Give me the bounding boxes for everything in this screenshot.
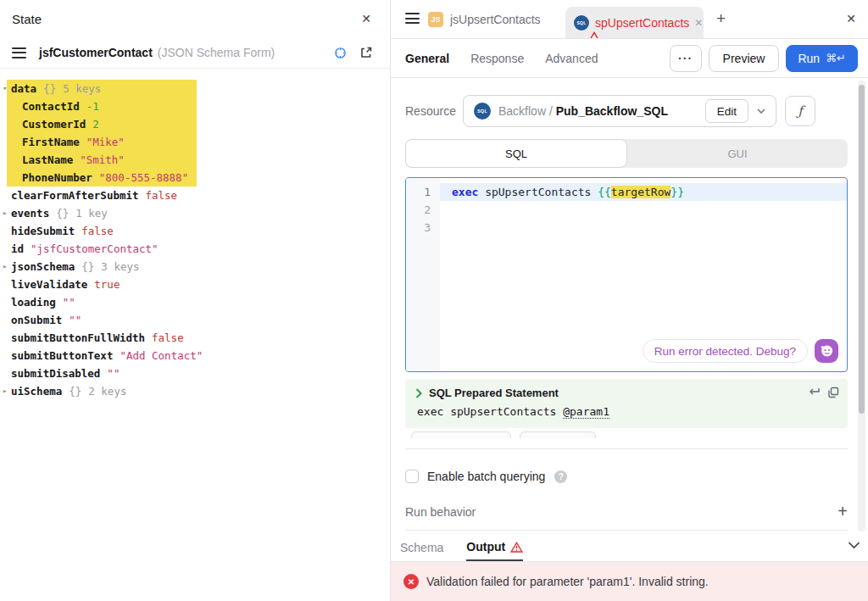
tree-key: CustomerId [22, 118, 86, 131]
state-tree-row-onSubmit[interactable]: onSubmit"" [0, 311, 390, 329]
edit-resource-button[interactable]: Edit [705, 99, 748, 123]
copy-icon[interactable] [827, 387, 839, 398]
enable-batch-label: Enable batch querying [427, 470, 545, 483]
tree-value: "" [107, 367, 120, 380]
tree-key: liveValidate [11, 278, 87, 291]
tree-value: 2 [92, 118, 99, 131]
state-tree-row-PhoneNumber[interactable]: PhoneNumber"800-555-8888" [0, 169, 390, 186]
state-tree-row-hideSubmit[interactable]: hideSubmitfalse [0, 222, 390, 240]
tab-schema[interactable]: Schema [400, 534, 443, 561]
component-name[interactable]: jsfCustomerContact [39, 46, 153, 59]
collapse-panel-chevron-icon[interactable] [848, 542, 860, 549]
tab-advanced[interactable]: Advanced [545, 52, 598, 65]
clipped-buttons [405, 430, 848, 438]
state-tree-row-submitButtonFullWidth[interactable]: submitButtonFullWidthfalse [0, 329, 390, 347]
tree-key: hideSubmit [11, 225, 75, 237]
menu-icon[interactable] [12, 47, 26, 58]
tree-key: submitButtonText [11, 349, 113, 362]
help-icon[interactable]: ? [554, 470, 567, 483]
tree-key: PhoneNumber [22, 171, 92, 184]
tree-value: "Smith" [80, 153, 125, 166]
resource-row: Resource SQL Backflow / Pub_Backflow_SQL… [405, 95, 848, 127]
preview-button[interactable]: Preview [709, 45, 780, 72]
tree-value: "" [63, 296, 75, 309]
tree-key: jsonSchema [11, 260, 75, 273]
tree-key: events [11, 207, 49, 220]
mode-sql[interactable]: SQL [405, 139, 627, 168]
scrollbar-track[interactable] [858, 81, 865, 531]
state-tree-row-events[interactable]: ▸events{}1 key [0, 204, 390, 222]
caret-collapsed-icon[interactable]: ▸ [3, 258, 7, 275]
resource-value: Backflow / Pub_Backflow_SQL [498, 104, 668, 118]
tab-jsupsertcontacts[interactable]: JS jsUpsertContacts [428, 0, 541, 39]
toggle-raw-icon[interactable] [808, 387, 821, 398]
state-tree-row-liveValidate[interactable]: liveValidatetrue [0, 275, 390, 293]
tree-value: false [81, 225, 114, 237]
prepared-statement-title[interactable]: SQL Prepared Statement [429, 387, 559, 399]
caret-collapsed-icon[interactable]: ▸ [3, 204, 7, 222]
tab-response[interactable]: Response [470, 52, 524, 65]
function-mode-button[interactable]: ƒ [785, 96, 815, 126]
caret-collapsed-icon[interactable]: ▸ [3, 382, 7, 400]
state-tree-row-LastName[interactable]: LastName"Smith" [0, 151, 390, 169]
tree-value: -1 [86, 100, 99, 113]
state-tree-row-ContactId[interactable]: ContactId-1 [0, 97, 390, 115]
scrollbar-thumb[interactable] [859, 85, 865, 414]
js-query-icon: JS [428, 12, 443, 27]
state-tree-row-CustomerId[interactable]: CustomerId2 [0, 115, 390, 133]
close-state-panel-icon[interactable]: ✕ [361, 12, 371, 25]
ai-debug-robot-icon[interactable] [815, 339, 838, 363]
prepared-statement-code: exec spUpsertContacts @param1 [415, 405, 837, 418]
tree-braces: {} [69, 385, 81, 398]
batch-querying-row: Enable batch querying ? [405, 470, 848, 483]
tree-key: LastName [22, 153, 73, 166]
run-button[interactable]: Run ⌘↵ [786, 45, 858, 72]
state-tree-row-FirstName[interactable]: FirstName"Mike" [0, 133, 390, 151]
run-shortcut: ⌘↵ [826, 52, 846, 64]
resource-sql-icon: SQL [474, 103, 491, 120]
run-behavior-label: Run behavior [405, 505, 476, 519]
tab-label: spUpsertContacts [595, 16, 689, 30]
state-tree-row-submitDisabled[interactable]: submitDisabled"" [0, 364, 390, 382]
state-tree-row-jsonSchema[interactable]: ▸jsonSchema{}3 keys [0, 258, 390, 275]
tree-key: id [11, 242, 24, 255]
tab-general[interactable]: General [405, 52, 449, 65]
tab-output[interactable]: Output [466, 534, 523, 561]
mode-gui[interactable]: GUI [627, 139, 848, 168]
debug-error-button[interactable]: Run error detected. Debug? [643, 339, 808, 363]
prepared-statement-panel: SQL Prepared Statement exec spUpsertCont… [405, 379, 848, 428]
prepared-param[interactable]: @param1 [563, 405, 609, 419]
state-tree-row-loading[interactable]: loading"" [0, 293, 390, 311]
open-in-editor-icon[interactable] [359, 46, 373, 59]
resource-label: Resource [405, 104, 463, 118]
query-toolbar: General Response Advanced ··· Preview Ru… [391, 39, 868, 78]
tree-value: "Add Contact" [120, 349, 203, 362]
error-message: Validation failed for parameter 'param1'… [426, 575, 709, 588]
chevron-down-icon[interactable] [757, 109, 765, 114]
line-number-gutter: 1 2 3 [406, 178, 440, 371]
code-line-1[interactable]: exec spUpsertContacts {{targetRow}} [452, 183, 684, 201]
state-tree-row-uiSchema[interactable]: ▸uiSchema{}2 keys [0, 382, 390, 400]
close-query-panel-icon[interactable]: ✕ [846, 12, 856, 25]
new-query-tab-button[interactable]: + [716, 9, 726, 28]
resource-select[interactable]: SQL Backflow / Pub_Backflow_SQL Edit [463, 95, 776, 127]
sql-code-editor[interactable]: 1 2 3 exec spUpsertContacts {{targetRow}… [405, 177, 848, 372]
state-tree-row-clearFormAfterSubmit[interactable]: clearFormAfterSubmitfalse [0, 186, 390, 204]
tab-spupsertcontacts[interactable]: SQL spUpsertContacts ✕ [565, 7, 704, 39]
expand-chevron-icon[interactable] [415, 388, 422, 398]
add-run-behavior-button[interactable]: + [837, 502, 848, 521]
inspect-target-icon[interactable] [333, 46, 348, 60]
enable-batch-checkbox[interactable] [405, 470, 419, 483]
query-list-menu-icon[interactable] [405, 13, 420, 24]
query-tabbar: JS jsUpsertContacts SQL spUpsertContacts… [391, 0, 868, 39]
tree-key: FirstName [22, 136, 80, 148]
tree-count: 1 key [75, 207, 108, 220]
caret-expanded-icon[interactable]: ▾ [3, 80, 7, 97]
state-tree-row-id[interactable]: id"jsfCustomerContact" [0, 240, 390, 258]
tree-key: clearFormAfterSubmit [11, 189, 139, 202]
query-panel: JS jsUpsertContacts SQL spUpsertContacts… [391, 0, 868, 601]
close-tab-icon[interactable]: ✕ [694, 17, 703, 29]
state-tree-row-submitButtonText[interactable]: submitButtonText"Add Contact" [0, 347, 390, 364]
state-tree-row-data[interactable]: ▾data{}5 keys [0, 80, 390, 97]
more-actions-button[interactable]: ··· [670, 45, 702, 72]
